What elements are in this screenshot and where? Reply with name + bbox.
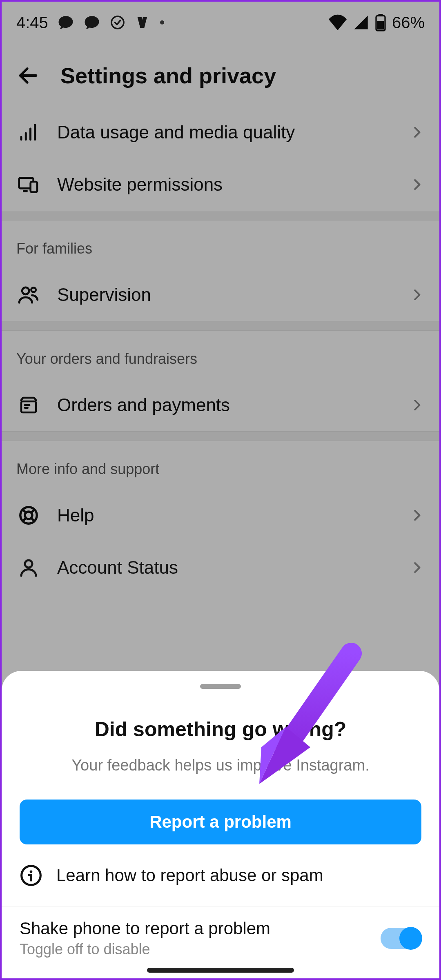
learn-abuse-row[interactable]: Learn how to report abuse or spam	[2, 844, 439, 906]
drag-handle[interactable]	[200, 684, 241, 689]
info-circle-icon	[20, 864, 42, 887]
shake-subtitle: Toggle off to disable	[20, 941, 372, 958]
report-bottom-sheet: Did something go wrong? Your feedback he…	[2, 671, 439, 978]
sheet-title: Did something go wrong?	[2, 717, 439, 741]
shake-toggle-row: Shake phone to report a problem Toggle o…	[2, 907, 439, 962]
sheet-subtitle: Your feedback helps us improve Instagram…	[18, 757, 423, 774]
nav-gesture-bar[interactable]	[147, 968, 294, 973]
report-problem-button[interactable]: Report a problem	[20, 800, 421, 844]
learn-abuse-label: Learn how to report abuse or spam	[56, 866, 323, 885]
shake-title: Shake phone to report a problem	[20, 919, 372, 938]
svg-point-13	[30, 870, 33, 873]
shake-toggle-switch[interactable]	[381, 928, 421, 949]
